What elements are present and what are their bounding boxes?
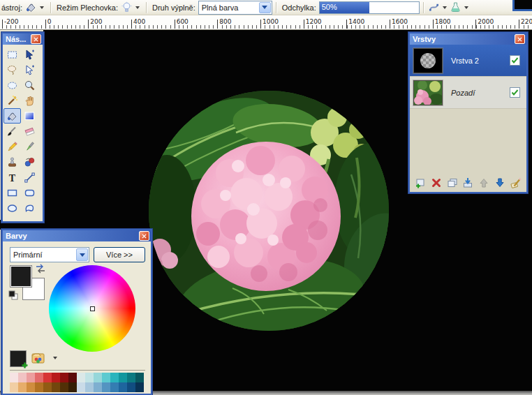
- tool-clone-stamp[interactable]: [3, 154, 21, 170]
- tool-color-picker[interactable]: [21, 139, 38, 154]
- tools-panel-titlebar[interactable]: Nás...: [3, 33, 43, 45]
- tool-gradient[interactable]: [21, 108, 38, 124]
- tool-dropdown-caret[interactable]: [40, 6, 44, 9]
- curve-sampling-icon[interactable]: [428, 1, 440, 13]
- palette-swatch[interactable]: [119, 373, 127, 382]
- bucket-mode-caret[interactable]: [135, 6, 140, 9]
- flask-dropdown-caret[interactable]: [464, 6, 468, 9]
- layers-panel-titlebar[interactable]: Vrstvy: [410, 33, 526, 45]
- palette-swatch[interactable]: [27, 382, 35, 392]
- swap-colors-icon[interactable]: [35, 264, 46, 274]
- layer-thumbnail: [413, 80, 443, 105]
- chevron-down-icon[interactable]: [259, 2, 271, 13]
- add-layer-button[interactable]: [413, 176, 427, 190]
- layer-row-vrstva-2[interactable]: Vrstva 2: [410, 45, 526, 77]
- close-icon[interactable]: [515, 34, 525, 44]
- palette-dropdown-caret[interactable]: [53, 357, 57, 359]
- tool-rectangle-select[interactable]: [3, 47, 21, 62]
- tool-move-selected-pixels[interactable]: [21, 47, 38, 62]
- palette-swatch[interactable]: [135, 373, 144, 382]
- tool-paintbrush[interactable]: [3, 124, 21, 139]
- close-icon[interactable]: [31, 34, 41, 44]
- palette-swatch[interactable]: [85, 373, 94, 382]
- tool-pan[interactable]: [21, 93, 38, 108]
- palette-swatch[interactable]: [135, 382, 144, 392]
- layer-visibility-checkbox[interactable]: [510, 87, 520, 98]
- close-icon[interactable]: [139, 231, 149, 241]
- palette-swatch[interactable]: [94, 373, 102, 382]
- colors-panel-titlebar[interactable]: Barvy: [3, 230, 151, 241]
- flower-photo[interactable]: [149, 91, 389, 331]
- palette-swatch[interactable]: [110, 373, 119, 382]
- palette-swatch[interactable]: [60, 373, 68, 382]
- palette-swatch[interactable]: [68, 382, 77, 392]
- tool-recolor[interactable]: [21, 154, 38, 170]
- layer-properties-button[interactable]: [509, 176, 523, 190]
- palette-swatch[interactable]: [27, 373, 35, 382]
- palette-swatch[interactable]: [35, 382, 43, 392]
- delete-layer-button[interactable]: [429, 176, 443, 190]
- tool-text[interactable]: T: [3, 170, 21, 185]
- palette-swatch[interactable]: [18, 382, 27, 392]
- tool-zoom[interactable]: [21, 77, 38, 93]
- tool-move-selection[interactable]: [21, 62, 38, 77]
- tool-rounded-rectangle[interactable]: [21, 185, 38, 200]
- ruler-label-200: 200: [88, 20, 89, 29]
- divider: [10, 370, 145, 371]
- palette-swatch[interactable]: [10, 382, 18, 392]
- tool-line-curve[interactable]: [21, 170, 38, 185]
- palette-swatch[interactable]: [52, 373, 60, 382]
- tool-lasso-select[interactable]: [3, 62, 21, 77]
- tolerance-slider[interactable]: 50%: [319, 1, 420, 14]
- palette-swatch[interactable]: [102, 382, 110, 392]
- palette-manager-button[interactable]: [31, 350, 46, 366]
- paint-bucket-icon[interactable]: [25, 1, 37, 13]
- color-wheel-marker[interactable]: [90, 306, 95, 311]
- palette-swatch[interactable]: [35, 373, 43, 382]
- chevron-down-icon[interactable]: [76, 248, 88, 261]
- palette-swatch[interactable]: [18, 373, 27, 382]
- palette-swatch[interactable]: [52, 382, 60, 392]
- palette-swatch[interactable]: [10, 373, 18, 382]
- palette-swatch[interactable]: [68, 373, 77, 382]
- palette-swatch[interactable]: [127, 382, 135, 392]
- fill-type-value: Plná barva: [199, 3, 239, 12]
- tool-magic-wand[interactable]: [3, 93, 21, 108]
- color-mode-select[interactable]: Primární: [10, 247, 89, 262]
- palette-swatch[interactable]: [119, 382, 127, 392]
- tool-eraser[interactable]: [21, 124, 38, 139]
- layer-visibility-checkbox[interactable]: [510, 55, 520, 66]
- palette-swatch[interactable]: [94, 382, 102, 392]
- flask-antialias-icon[interactable]: [450, 1, 461, 13]
- tool-paint-bucket[interactable]: [3, 108, 21, 124]
- palette-swatch[interactable]: [77, 382, 85, 392]
- move-layer-down-button[interactable]: [493, 176, 507, 190]
- palette-swatch[interactable]: [85, 382, 94, 392]
- color-wheel[interactable]: [49, 265, 135, 352]
- palette-swatch[interactable]: [43, 373, 52, 382]
- reset-colors-icon[interactable]: [8, 290, 18, 300]
- tool-ellipse[interactable]: [3, 200, 21, 216]
- palette-swatch[interactable]: [77, 373, 85, 382]
- move-layer-up-button[interactable]: [477, 176, 491, 190]
- duplicate-layer-button[interactable]: [445, 176, 459, 190]
- more-button[interactable]: Více >>: [94, 247, 145, 262]
- colors-panel-title: Barvy: [6, 232, 27, 240]
- add-color-to-palette-button[interactable]: [10, 350, 27, 367]
- palette-swatch[interactable]: [43, 382, 52, 392]
- palette-swatch[interactable]: [102, 373, 110, 382]
- palette-swatch[interactable]: [110, 382, 119, 392]
- tool-freeform-shape[interactable]: [21, 200, 38, 216]
- primary-color-swatch[interactable]: [10, 265, 32, 288]
- toolbar-separator: [146, 2, 147, 13]
- merge-layer-down-button[interactable]: [461, 176, 475, 190]
- layer-row-pozadí[interactable]: Pozadí: [410, 77, 526, 109]
- palette-swatch[interactable]: [60, 382, 68, 392]
- tool-pencil[interactable]: [3, 139, 21, 154]
- palette-swatch[interactable]: [127, 373, 135, 382]
- lightbulb-icon[interactable]: [121, 1, 133, 13]
- fill-type-select[interactable]: Plná barva: [198, 1, 272, 15]
- tool-ellipse-select[interactable]: [3, 77, 21, 93]
- curve-dropdown-caret[interactable]: [443, 6, 447, 9]
- tool-rectangle[interactable]: [3, 185, 21, 200]
